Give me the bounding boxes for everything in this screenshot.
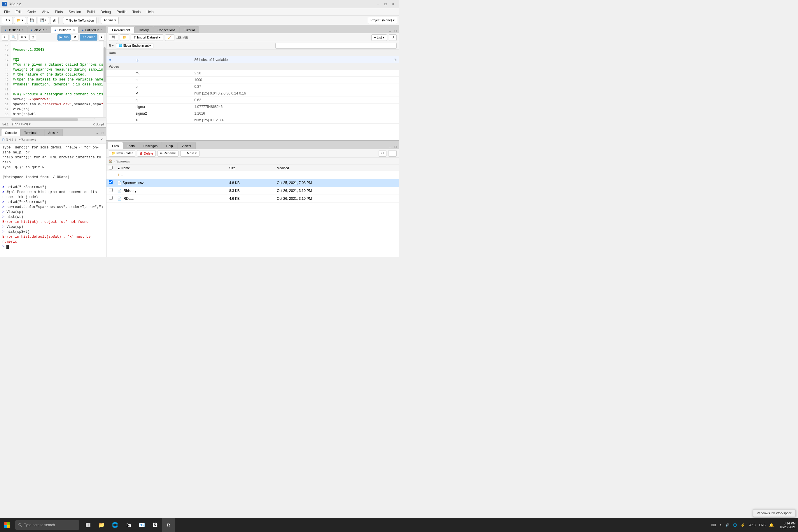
tab-close[interactable]: × [21,28,24,32]
tab-connections[interactable]: Connections [153,26,180,33]
tab-plots[interactable]: Plots [123,142,139,149]
tab-label: Untitled1 [7,28,20,32]
menu-build[interactable]: Build [84,9,98,15]
col-size[interactable]: Size [227,165,274,171]
path-sparrows[interactable]: Sparrows [116,159,130,163]
collapse-files-button[interactable]: – [388,145,393,149]
maximize-button[interactable]: □ [382,1,389,7]
expand-files-button[interactable]: □ [393,145,398,149]
import-dataset-button[interactable]: ⬆ Import Dataset ▾ [131,34,163,41]
editor-scrollbar[interactable] [103,41,106,117]
console-input-line[interactable]: > [2,244,104,249]
menu-code[interactable]: Code [24,9,39,15]
print-button[interactable]: 🖨 [50,17,59,24]
env-row-sp[interactable]: ◉ sp 861 obs. of 1 variable ⊞ [107,56,399,63]
close-button[interactable]: × [390,1,397,7]
code-tools-button[interactable]: ✏ ▾ [19,34,28,40]
tab-environment[interactable]: Environment [108,26,134,33]
save-all-button[interactable]: 💾+ [38,17,49,24]
file-row-sparrows-csv[interactable]: 📄 Sparrows.csv 4.8 KB Oct 25, 2021, 7:08… [107,179,399,187]
tab-help[interactable]: Help [162,142,177,149]
clear-env-button[interactable]: 🧹 [165,34,174,41]
run-button[interactable]: ▶ Run [57,34,71,40]
code-editor[interactable]: 3940414243444546474849505152535455565758… [0,41,106,117]
h-scrollbar-thumb[interactable] [12,118,78,121]
view-sp-button[interactable]: ⊞ [394,57,397,62]
menu-debug[interactable]: Debug [98,9,114,15]
refresh-files-button[interactable]: ↺ [379,150,386,157]
code-text[interactable]: #Answer:1.03643 #Q2 #You are given a dat… [11,41,103,117]
tab-close-lab2r[interactable]: × [45,28,48,32]
menu-file[interactable]: File [1,9,13,15]
tab-close-jobs[interactable]: × [56,131,59,134]
more-button[interactable]: ⋮ More ▾ [180,150,200,157]
home-icon[interactable]: 🏠 [109,159,113,163]
tab-console[interactable]: Console [1,129,20,136]
list-view-button[interactable]: ≡ List ▾ [371,34,387,41]
tab-files[interactable]: Files [108,142,123,149]
file-select-rhistory[interactable] [109,188,113,192]
find-button[interactable]: 🔍 [10,34,18,40]
file-select-csv[interactable] [109,180,113,184]
scrollbar-thumb[interactable] [103,47,106,82]
col-name[interactable]: ▲ Name [115,165,212,171]
tab-close-terminal[interactable]: × [38,131,40,134]
source-dropdown[interactable]: ▾ [99,34,104,40]
file-row-rhistory[interactable]: 📄 .Rhistory 8.3 KB Oct 26, 2021, 3:10 PM [107,187,399,195]
collapse-env-button[interactable]: – [388,28,393,33]
undo-button[interactable]: ↩ [2,34,8,40]
file-checkbox-rdata[interactable] [107,195,115,203]
env-search-input[interactable] [276,43,397,49]
open-file-button[interactable]: 📂 ▾ [14,17,26,24]
menu-tools[interactable]: Tools [130,9,144,15]
tab-untitled2[interactable]: ● Untitled2* × [51,26,78,33]
project-button[interactable]: Project: (None) ▾ [368,17,397,24]
clear-console-button[interactable]: ✕ [99,137,104,142]
tab-untitled3[interactable]: ● Untitled3* × [78,26,106,33]
tab-history[interactable]: History [134,26,153,33]
compile-button[interactable]: ⊡ [30,34,36,40]
menu-profile[interactable]: Profile [114,9,130,15]
refresh-env-button[interactable]: ↺ [389,34,397,41]
tab-jobs[interactable]: Jobs × [44,129,63,136]
tab-untitled1[interactable]: ● Untitled1 × [1,26,27,33]
file-checkbox-rhistory[interactable] [107,187,115,195]
menu-view[interactable]: View [39,9,52,15]
rerun-button[interactable]: ↺ [72,34,78,40]
addins-button[interactable]: Addins ▾ [101,17,119,24]
tab-close-untitled2[interactable]: × [73,28,76,32]
load-env-button[interactable]: 📂 [120,34,129,41]
save-button[interactable]: 💾 [27,17,36,24]
tab-terminal[interactable]: Terminal × [20,129,44,136]
menu-plots[interactable]: Plots [52,9,66,15]
col-modified[interactable]: Modified [274,165,399,171]
new-file-button[interactable]: 🗋 ▾ [2,17,13,24]
menu-session[interactable]: Session [65,9,84,15]
tab-tutorial[interactable]: Tutorial [180,26,199,33]
tab-close-untitled3[interactable]: × [100,28,103,32]
select-all-checkbox[interactable] [109,166,113,169]
save-env-button[interactable]: 💾 [109,34,118,41]
tab-lab2r[interactable]: ● lab 2.R × [27,26,51,33]
file-checkbox-csv[interactable] [107,179,115,187]
delete-button[interactable]: 🗑 Delete [137,150,156,157]
file-row-rdata[interactable]: 📄 .RData 4.6 KB Oct 26, 2021, 3:10 PM [107,195,399,203]
menu-edit[interactable]: Edit [13,9,24,15]
new-folder-button[interactable]: 📁 New Folder [109,150,135,157]
collapse-console-button[interactable]: – [95,131,100,135]
global-env-selector[interactable]: 🌐 Global Environment ▾ [116,43,153,49]
file-select-rdata[interactable] [109,196,113,200]
console-content[interactable]: Type 'demo()' for some demos, 'help()' f… [0,144,106,256]
menu-help[interactable]: Help [144,9,157,15]
source-button[interactable]: ↦ Source [80,34,97,40]
files-more-button[interactable]: ⋯ [388,150,397,157]
expand-env-button[interactable]: □ [393,28,398,33]
expand-console-button[interactable]: □ [100,131,105,135]
tab-packages[interactable]: Packages [139,142,162,149]
rename-button[interactable]: ✏ Rename [157,150,178,157]
tab-viewer[interactable]: Viewer [177,142,196,149]
goto-file-button[interactable]: ⊙ Go to file/function [63,17,97,24]
h-scrollbar[interactable] [0,117,106,121]
file-row-parent[interactable]: ⬆ .. [107,171,399,179]
minimize-button[interactable]: – [375,1,381,7]
